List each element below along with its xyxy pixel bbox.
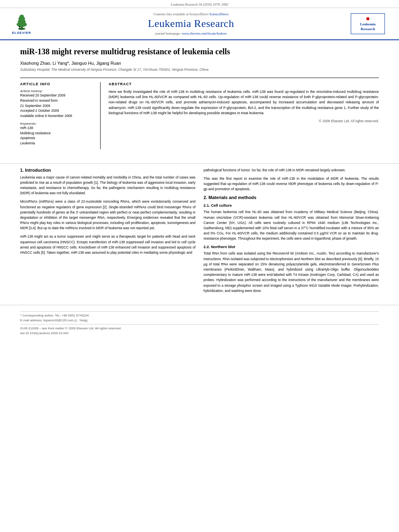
article-footer: * Corresponding author. Tel.: +86 0951 6…: [0, 305, 399, 340]
right-paragraph-2: This was the first report to examine the…: [204, 176, 379, 192]
available-online-date: Available online 6 November 2009: [20, 113, 94, 119]
introduction-title: 1. Introduction: [20, 168, 195, 173]
northern-blot-text: Total RNA from cells was isolated using …: [204, 251, 379, 293]
history-label: Article history:: [20, 89, 94, 93]
journal-header: ELSEVIER Contents lists available at Sci…: [0, 8, 399, 40]
body-columns: 1. Introduction Leukemia was a major cau…: [0, 163, 399, 305]
article-info-panel: ARTICLE INFO Article history: Received 2…: [20, 82, 101, 149]
received-revised-date: 21 September 2009: [20, 103, 94, 109]
keyword-3: Apoptosis: [20, 136, 94, 141]
journal-logo-title: LeukemiaResearch: [353, 22, 383, 31]
keyword-1: miR-138: [20, 125, 94, 131]
article-title: miR-138 might reverse multidrug resistan…: [20, 46, 379, 57]
article-authors: Xiaohong Zhao, Li Yang*, Jianguo Hu, Jig…: [20, 61, 379, 66]
corresponding-author-note: * Corresponding author. Tel.: +86 0951 6…: [20, 314, 379, 317]
svg-point-5: [19, 15, 24, 18]
keywords-label: Keywords:: [20, 122, 94, 125]
citation-bar: Leukemia Research 34 (2010) 1078–1082: [0, 0, 399, 8]
intro-paragraph-3: miR-138 might act as a tumor suppresser …: [20, 234, 195, 255]
email-note: E-mail address: liupanoi16@126.com (L. Y…: [20, 318, 379, 322]
body-left-column: 1. Introduction Leukemia was a major cau…: [20, 168, 195, 297]
journal-header-center: Contents lists available at ScienceDirec…: [31, 12, 351, 35]
cell-culture-text: The human leukemia cell line HL-60 was o…: [204, 210, 379, 241]
elsevier-logo: ELSEVIER: [12, 13, 31, 35]
body-right-column: pathological functions of tumor. So far,…: [204, 168, 379, 297]
keywords-block: Keywords: miR-138 Multidrug resistance A…: [20, 122, 94, 146]
sciencedirect-link: Contents lists available at ScienceDirec…: [31, 12, 351, 16]
northern-blot-title: 2.2. Northern blot: [204, 244, 379, 249]
elsevier-branding: ELSEVIER: [12, 13, 31, 35]
page-wrapper: Leukemia Research 34 (2010) 1078–1082: [0, 0, 399, 340]
journal-title: Leukemia Research: [31, 18, 351, 30]
elsevier-tree-icon: [14, 13, 30, 31]
abstract-header: ABSTRACT: [109, 82, 379, 86]
cell-culture-title: 2.1. Cell culture: [204, 203, 379, 207]
copyright-text: © 2009 Elsevier Ltd. All rights reserved…: [109, 119, 379, 123]
citation-text: Leukemia Research 34 (2010) 1078–1082: [171, 2, 228, 6]
issn-note: 0145-2126/$ – see front matter © 2009 El…: [20, 327, 379, 330]
journal-logo-right: ■ LeukemiaResearch: [351, 13, 387, 34]
sciencedirect-url[interactable]: ScienceDirect: [209, 12, 228, 16]
doi-note: doi:10.1016/j.leukres.2009.10.002: [20, 331, 379, 335]
footer-divider-2: [20, 324, 379, 325]
article-history-block: Article history: Received 20 September 2…: [20, 89, 94, 119]
intro-paragraph-1: Leukemia was a major cause of cancer-rel…: [20, 175, 195, 196]
keyword-4: Leukemia: [20, 141, 94, 146]
article-info-row: ARTICLE INFO Article history: Received 2…: [20, 78, 379, 149]
intro-paragraph-2: MicroRNAs (miRNAs) were a class of 22-nu…: [20, 199, 195, 231]
abstract-panel: ABSTRACT Here we firstly investigated th…: [109, 82, 379, 149]
journal-logo-box: ■ LeukemiaResearch: [351, 13, 385, 34]
received-date-1: Received 20 September 2009: [20, 93, 94, 98]
homepage-url[interactable]: www.elsevier.com/locate/leukres: [181, 31, 226, 35]
article-info-header: ARTICLE INFO: [20, 82, 94, 86]
svg-point-6: [19, 26, 21, 27]
accepted-date: Accepted 2 October 2009: [20, 108, 94, 113]
abstract-text: Here we firstly investigated the role of…: [109, 89, 379, 116]
footer-divider: [20, 311, 379, 312]
materials-section-title: 2. Materials and methods: [204, 195, 379, 200]
keyword-2: Multidrug resistance: [20, 131, 94, 136]
article-affiliation: Subsidiary Hospital, The Medical Univers…: [20, 68, 379, 72]
svg-point-1: [18, 28, 25, 30]
journal-homepage: journal homepage: www.elsevier.com/locat…: [31, 31, 351, 35]
article-content: miR-138 might reverse multidrug resistan…: [0, 40, 399, 163]
elsevier-text-label: ELSEVIER: [12, 31, 31, 35]
right-continuation: pathological functions of tumor. So far,…: [204, 168, 379, 173]
received-revised-label: Received in revised form: [20, 98, 94, 103]
journal-logo-icon: ■: [353, 16, 383, 22]
